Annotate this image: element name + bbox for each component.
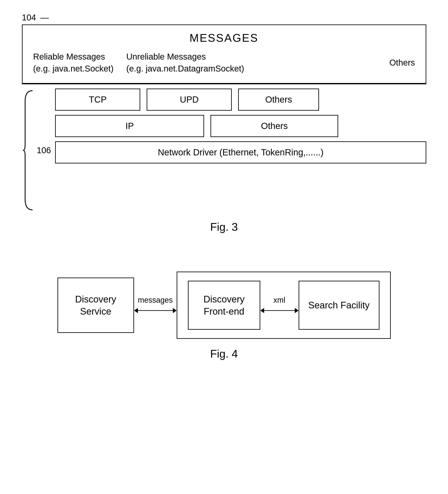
tcp-box: TCP: [55, 88, 140, 111]
protocol-rows: TCP UPD Others IP Others Network Driver …: [55, 88, 426, 212]
label-106: 106: [37, 146, 51, 155]
fig3-caption: Fig. 3: [22, 221, 426, 233]
svg-marker-0: [134, 308, 138, 313]
discovery-service-text: Discovery Service: [75, 293, 116, 317]
unreliable-messages: Unreliable Messages (e.g. java.net.Datag…: [126, 51, 244, 74]
row-network-driver: Network Driver (Ethernet, TokenRing,....…: [55, 141, 426, 163]
xml-arrow-area: xml: [260, 296, 299, 315]
large-outer-box: Discovery Front-end xml: [177, 272, 391, 339]
messages-content-row: Reliable Messages (e.g. java.net.Socket)…: [33, 51, 415, 83]
row-ip: IP Others: [55, 115, 426, 137]
others-messages: Others: [389, 57, 415, 69]
others-proto-box: Others: [238, 88, 319, 111]
svg-marker-5: [295, 308, 299, 313]
messages-arrow-svg: [134, 306, 177, 315]
label-104-container: 104 —: [22, 13, 426, 22]
arrow-104: —: [40, 13, 49, 22]
search-facility-box: Search Facility: [299, 281, 379, 330]
svg-marker-3: [260, 308, 264, 313]
fig3-section: 104 — MESSAGES Reliable Messages (e.g. j…: [22, 13, 426, 233]
udp-box: UPD: [147, 88, 232, 111]
messages-box: MESSAGES Reliable Messages (e.g. java.ne…: [22, 25, 426, 84]
ip-box: IP: [55, 115, 204, 137]
row-tcp-udp: TCP UPD Others: [55, 88, 426, 111]
label-106-area: 106: [22, 88, 55, 212]
discovery-frontend-text: Discovery Front-end: [203, 293, 245, 317]
discovery-service-box: Discovery Service: [57, 278, 134, 333]
discovery-frontend-box: Discovery Front-end: [188, 281, 260, 330]
messages-label: messages: [138, 296, 173, 305]
others-ip-box: Others: [211, 115, 338, 137]
messages-arrow-area: messages: [134, 296, 177, 315]
search-facility-text: Search Facility: [308, 299, 370, 311]
fig4-section: Discovery Service messages: [22, 272, 426, 360]
reliable-messages: Reliable Messages (e.g. java.net.Socket): [33, 51, 114, 74]
xml-label: xml: [274, 296, 286, 305]
svg-marker-2: [173, 308, 177, 313]
brace-106-svg: [22, 88, 35, 212]
protocol-section: 106 TCP UPD Others IP Others Network Dri…: [22, 88, 426, 212]
label-104: 104: [22, 13, 36, 22]
network-driver-box: Network Driver (Ethernet, TokenRing,....…: [55, 141, 426, 163]
xml-arrow-svg: [260, 306, 299, 315]
messages-divider: [23, 83, 426, 84]
fig4-diagram: Discovery Service messages: [22, 272, 426, 339]
messages-title: MESSAGES: [33, 32, 415, 44]
page-container: 104 — MESSAGES Reliable Messages (e.g. j…: [0, 0, 448, 373]
fig4-caption: Fig. 4: [22, 347, 426, 360]
